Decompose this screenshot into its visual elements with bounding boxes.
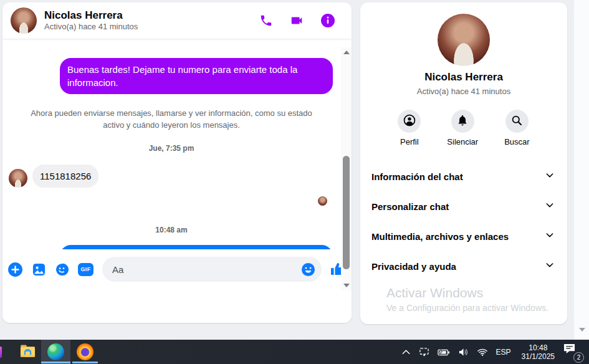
clock-date: 31/1/2025: [522, 352, 555, 361]
profile-actions: Perfil Silenciar Buscar: [360, 110, 567, 146]
emoji-icon[interactable]: [301, 262, 315, 277]
firefox-icon: [77, 343, 93, 360]
clock-time: 10:48: [522, 343, 555, 352]
watermark-title: Activar Windows: [386, 285, 548, 300]
sender-avatar[interactable]: [9, 169, 27, 188]
edge-browser-button[interactable]: [41, 340, 70, 364]
message-input-wrap[interactable]: [102, 257, 322, 282]
contact-status: Activo(a) hace 41 minutos: [44, 22, 138, 32]
chevron-down-icon: [545, 260, 555, 272]
volume-icon[interactable]: [458, 348, 469, 357]
profile-icon: [403, 113, 416, 130]
system-message: Ahora pueden enviarse mensajes, llamarse…: [21, 107, 322, 131]
mute-button-label: Silenciar: [447, 137, 478, 146]
contact-avatar[interactable]: [11, 7, 37, 34]
taskbar-cutoff-icon[interactable]: [0, 347, 2, 358]
video-call-button[interactable]: [289, 14, 304, 27]
search-in-chat-button[interactable]: Buscar: [504, 110, 529, 146]
folder-icon: [20, 344, 36, 360]
profile-status: Activo(a) hace 41 minutos: [360, 87, 567, 96]
section-label: Privacidad y ayuda: [371, 261, 456, 272]
section-privacy-help[interactable]: Privacidad y ayuda: [360, 251, 567, 281]
chevron-down-icon: [545, 170, 555, 183]
message-list[interactable]: Buenas tardes! Dejame tu numero para env…: [2, 39, 352, 284]
section-label: Información del chat: [371, 171, 463, 182]
gif-button[interactable]: GIF: [78, 263, 93, 276]
firefox-browser-button[interactable]: [70, 340, 100, 364]
search-button-label: Buscar: [504, 137, 529, 146]
read-receipt-avatar: [318, 196, 327, 206]
attach-plus-button[interactable]: [7, 262, 23, 277]
bell-icon: [456, 114, 469, 129]
message-composer: GIF: [2, 249, 352, 323]
message-bubble-incoming[interactable]: 1151818256: [32, 165, 98, 188]
timestamp-divider: 10:48 am: [21, 226, 322, 234]
file-explorer-button[interactable]: [14, 340, 41, 364]
clock[interactable]: 10:48 31/1/2025: [522, 343, 555, 361]
profile-button-label: Perfil: [400, 137, 419, 146]
mute-button[interactable]: Silenciar: [447, 110, 478, 146]
section-chat-info[interactable]: Información del chat: [360, 161, 567, 191]
battery-icon[interactable]: [438, 348, 450, 356]
voice-call-button[interactable]: [259, 14, 273, 27]
chevron-down-icon: [545, 230, 555, 242]
activate-windows-watermark: Activar Windows Ve a Configuración para …: [386, 285, 548, 313]
edge-icon: [47, 343, 64, 360]
contact-info[interactable]: Nicolas Herrera Activo(a) hace 41 minuto…: [44, 9, 138, 32]
chat-scrollbar[interactable]: [341, 47, 352, 290]
scroll-down-arrow[interactable]: [343, 284, 350, 287]
profile-avatar-large[interactable]: [438, 14, 490, 66]
photo-icon[interactable]: [32, 262, 46, 277]
action-center-button[interactable]: 2: [563, 343, 584, 362]
conversation-details-panel: Nicolas Herrera Activo(a) hace 41 minuto…: [360, 2, 567, 324]
conversation-info-button[interactable]: [320, 13, 335, 28]
page-scroll-down-arrow[interactable]: [579, 328, 585, 332]
details-sections: Información del chat Personalizar chat M…: [360, 161, 567, 281]
sticker-icon[interactable]: [55, 262, 69, 277]
notification-badge: 2: [573, 352, 584, 363]
hidden-icons-chevron[interactable]: [401, 349, 411, 355]
watermark-subtitle: Ve a Configuración para activar Windows.: [386, 303, 548, 313]
profile-name: Nicolas Herrera: [360, 71, 567, 84]
messenger-chat-window: Nicolas Herrera Activo(a) hace 41 minuto…: [2, 2, 352, 323]
wifi-icon[interactable]: [477, 348, 488, 357]
page-scrollbar[interactable]: [573, 0, 589, 340]
section-media-files-links[interactable]: Multimedia, archivos y enlaces: [360, 221, 567, 251]
search-icon: [510, 114, 523, 129]
chevron-down-icon: [545, 200, 555, 213]
section-customize-chat[interactable]: Personalizar chat: [360, 191, 567, 221]
system-tray: ESP 10:48 31/1/2025 2: [401, 343, 589, 362]
tray-display-icon[interactable]: [419, 347, 429, 357]
language-indicator[interactable]: ESP: [496, 348, 511, 357]
incoming-message-row: 1151818256: [9, 165, 98, 188]
scroll-up-arrow[interactable]: [343, 50, 350, 54]
section-label: Multimedia, archivos y enlaces: [371, 231, 509, 242]
chat-header: Nicolas Herrera Activo(a) hace 41 minuto…: [2, 2, 352, 39]
message-input[interactable]: [112, 264, 301, 275]
profile-button[interactable]: Perfil: [398, 110, 421, 146]
contact-name: Nicolas Herrera: [44, 9, 138, 22]
timestamp-divider: Jue, 7:35 pm: [21, 144, 322, 153]
windows-taskbar: ESP 10:48 31/1/2025 2: [0, 340, 589, 364]
section-label: Personalizar chat: [371, 201, 449, 212]
scrollbar-thumb[interactable]: [343, 156, 350, 269]
message-bubble-outgoing[interactable]: Buenas tardes! Dejame tu numero para env…: [60, 58, 333, 94]
